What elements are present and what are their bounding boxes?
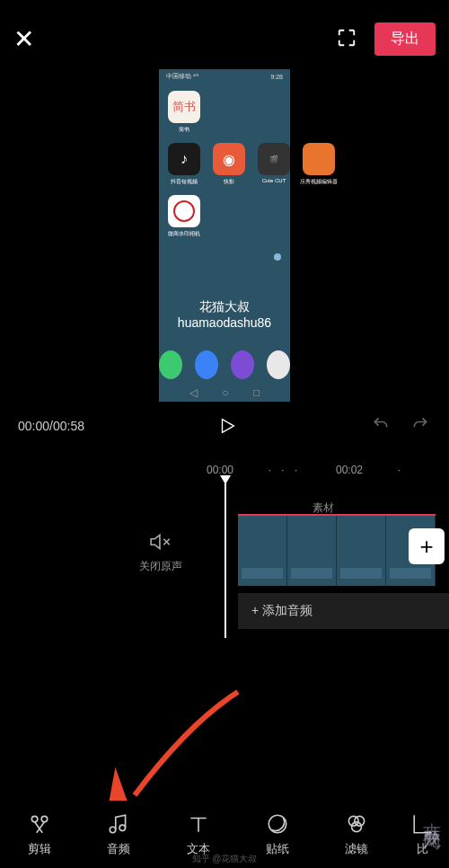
ratio-tool[interactable]: 比 [409, 812, 436, 857]
tutorial-arrow [81, 687, 242, 804]
svg-point-7 [352, 821, 362, 831]
timeline[interactable]: 素材 关闭原声 + + 添加音频 [0, 503, 449, 683]
app-weishang: 微商水印相机 [168, 195, 200, 238]
text-tool[interactable]: 文本 [172, 812, 225, 857]
svg-point-6 [355, 816, 365, 826]
video-watermark: 花猫大叔 huamaodashu86 [159, 299, 290, 330]
app-cutecut: 🎬Cute CUT [258, 143, 290, 186]
close-button[interactable]: ✕ [13, 24, 34, 54]
playhead[interactable] [224, 481, 226, 638]
undo-button[interactable] [370, 415, 392, 437]
time-display: 00:00/00:58 [18, 419, 84, 433]
add-clip-button[interactable]: + [409, 528, 445, 564]
video-preview[interactable]: 中国移动 ⁴ᴳ 9:28 简书 简书 ♪抖音短视频 ◉快影 🎬Cute CUT … [0, 69, 449, 402]
app-kuaiying: ◉快影 [213, 143, 245, 186]
filter-tool[interactable]: 滤镜 [330, 812, 383, 857]
svg-point-1 [41, 816, 47, 822]
add-audio-track[interactable]: + 添加音频 [238, 593, 449, 629]
edit-tool[interactable]: 剪辑 [13, 812, 66, 857]
bottom-toolbar: 剪辑 音频 文本 贴纸 滤镜 比 [0, 801, 449, 868]
play-button[interactable] [98, 416, 357, 436]
svg-point-3 [120, 825, 127, 831]
app-douyin: ♪抖音短视频 [168, 143, 200, 186]
mute-original-button[interactable]: 关闭原声 [139, 530, 182, 574]
export-button[interactable]: 导出 [374, 22, 436, 56]
audio-tool[interactable]: 音频 [92, 812, 145, 857]
expand-icon[interactable] [337, 28, 357, 51]
sticker-tool[interactable]: 贴纸 [251, 812, 304, 857]
svg-point-0 [31, 816, 38, 822]
phone-status-bar: 中国移动 ⁴ᴳ 9:28 [159, 69, 290, 84]
redo-button[interactable] [409, 415, 431, 437]
app-lexiu: 乐秀视频编辑器 [303, 143, 335, 186]
app-jianshu: 简书 简书 [168, 91, 200, 134]
svg-point-2 [110, 827, 117, 833]
video-track[interactable] [238, 514, 436, 584]
